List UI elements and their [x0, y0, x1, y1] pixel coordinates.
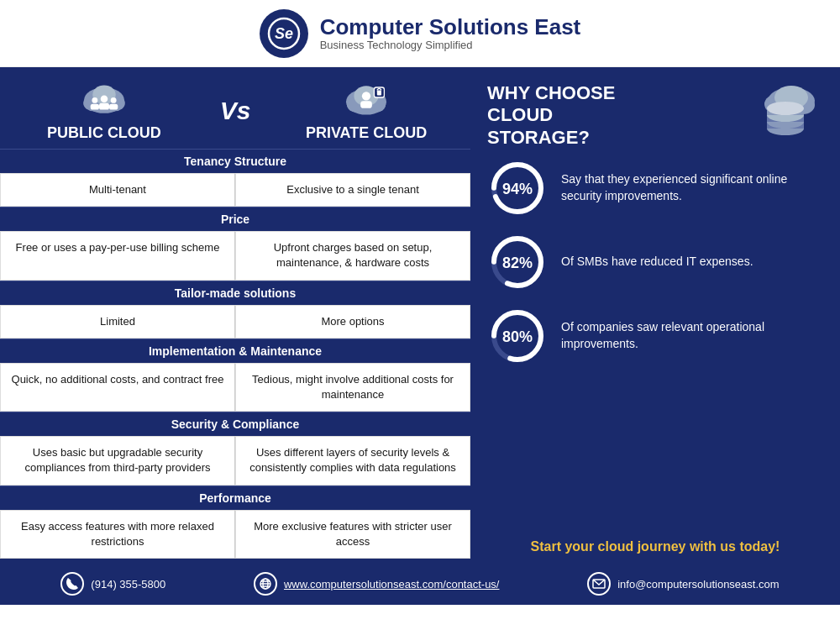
why-title: WHY CHOOSE CLOUD STORAGE?: [487, 82, 655, 149]
private-cell: Upfront charges based on setup, maintena…: [235, 231, 470, 280]
table-row: Multi-tenantExclusive to a single tenant: [0, 173, 470, 207]
why-panel: WHY CHOOSE CLOUD STORAGE?: [470, 67, 840, 563]
phone-icon: [60, 572, 84, 596]
globe-icon: [254, 572, 277, 596]
svg-rect-17: [360, 101, 372, 108]
public-cloud-icon: [79, 79, 129, 121]
logo-icon: Se: [260, 9, 308, 58]
private-cell: Uses different layers of security levels…: [235, 436, 470, 485]
public-cell: Easy access features with more relaxed r…: [0, 510, 235, 559]
footer-email: info@computersolutionseast.com: [587, 572, 779, 596]
section-header: Price: [0, 207, 470, 231]
public-cell: Free or uses a pay-per-use billing schem…: [0, 231, 235, 280]
private-cell: Exclusive to a single tenant: [235, 173, 470, 207]
table-row: Easy access features with more relaxed r…: [0, 510, 470, 559]
svg-rect-7: [91, 104, 99, 110]
public-cell: Limited: [0, 305, 235, 339]
svg-text:82%: 82%: [502, 255, 533, 271]
private-cloud-col: PRIVATE CLOUD: [291, 79, 442, 142]
cloud-stack-icon: [748, 82, 823, 150]
company-info: Computer Solutions East Business Technol…: [320, 15, 581, 52]
public-cell: Uses basic but upgradable security compl…: [0, 436, 235, 485]
stat-row: 82% Of SMBs have reduced IT expenses.: [487, 232, 823, 292]
section-header: Tailor-made solutions: [0, 281, 470, 305]
svg-rect-19: [377, 90, 381, 95]
cta-text: Start your cloud journey with us today!: [487, 531, 823, 554]
private-cloud-label: PRIVATE CLOUD: [306, 124, 427, 142]
svg-rect-9: [99, 103, 109, 110]
cloud-header-row: PUBLIC CLOUD Vs PRIVAT: [0, 67, 470, 149]
svg-rect-11: [109, 104, 118, 110]
section-header: Tenancy Structure: [0, 149, 470, 173]
stat-description: Say that they experienced significant on…: [561, 171, 823, 204]
email-address[interactable]: info@computersolutionseast.com: [617, 578, 779, 591]
vs-text: Vs: [220, 97, 251, 125]
table-row: LimitedMore options: [0, 305, 470, 339]
donut-chart: 80%: [487, 306, 548, 366]
svg-text:94%: 94%: [502, 181, 533, 197]
svg-text:80%: 80%: [502, 328, 533, 345]
svg-point-8: [101, 95, 108, 102]
svg-point-16: [362, 92, 370, 100]
private-cell: More exclusive features with stricter us…: [235, 510, 470, 559]
section-header: Performance: [0, 486, 470, 510]
public-cell: Multi-tenant: [0, 173, 235, 207]
table-row: Quick, no additional costs, and contract…: [0, 363, 470, 412]
comparison-panel: PUBLIC CLOUD Vs PRIVAT: [0, 67, 470, 563]
svg-point-6: [92, 97, 97, 103]
email-icon: [587, 572, 611, 596]
footer-website: www.computersolutionseast.com/contact-us…: [254, 572, 500, 596]
donut-chart: 94%: [487, 158, 548, 218]
private-cell: Tedious, might involve additional costs …: [235, 363, 470, 412]
why-header: WHY CHOOSE CLOUD STORAGE?: [487, 82, 823, 150]
stat-row: 94% Say that they experienced significan…: [487, 158, 823, 218]
svg-point-30: [767, 102, 804, 115]
footer-phone: (914) 355-5800: [60, 572, 165, 596]
company-tagline: Business Technology Simplified: [320, 39, 581, 51]
private-cloud-icon: [341, 79, 391, 121]
section-header: Implementation & Maintenance: [0, 339, 470, 363]
table-row: Free or uses a pay-per-use billing schem…: [0, 231, 470, 280]
svg-text:Se: Se: [275, 25, 293, 42]
page-footer: (914) 355-5800 www.computersolutionseast…: [0, 563, 840, 605]
phone-number: (914) 355-5800: [91, 578, 165, 591]
table-row: Uses basic but upgradable security compl…: [0, 436, 470, 485]
private-cell: More options: [235, 305, 470, 339]
section-header: Security & Compliance: [0, 412, 470, 436]
stat-row: 80% Of companies saw relevant operationa…: [487, 306, 823, 366]
main-content: PUBLIC CLOUD Vs PRIVAT: [0, 67, 840, 563]
company-name: Computer Solutions East: [320, 15, 581, 39]
comparison-sections: Tenancy StructureMulti-tenantExclusive t…: [0, 149, 470, 559]
donut-chart: 82%: [487, 232, 548, 292]
stat-description: Of SMBs have reduced IT expenses.: [561, 254, 753, 270]
svg-point-10: [111, 97, 117, 103]
public-cloud-label: PUBLIC CLOUD: [47, 124, 161, 142]
page-header: Se Computer Solutions East Business Tech…: [0, 0, 840, 67]
stats-container: 94% Say that they experienced significan…: [487, 158, 823, 380]
stat-description: Of companies saw relevant operational im…: [561, 319, 823, 352]
website-url[interactable]: www.computersolutionseast.com/contact-us…: [284, 578, 500, 591]
public-cloud-col: PUBLIC CLOUD: [29, 79, 180, 142]
public-cell: Quick, no additional costs, and contract…: [0, 363, 235, 412]
